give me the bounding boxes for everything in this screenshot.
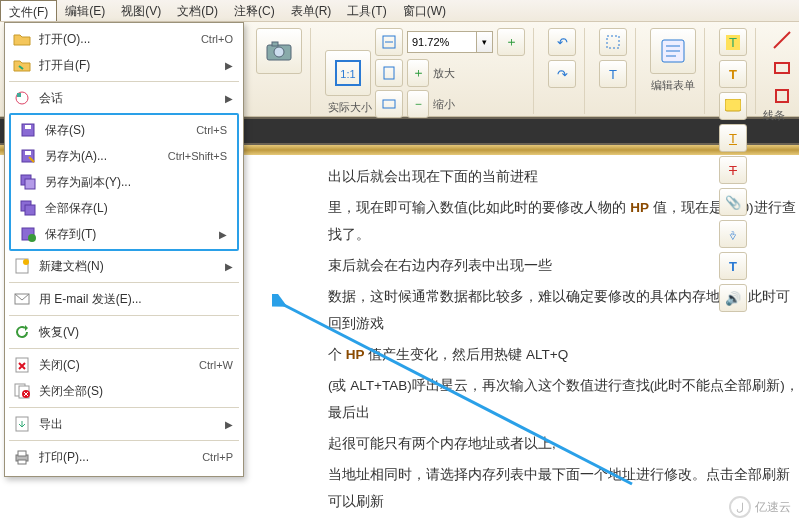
svg-rect-7 [383,100,395,108]
zoom-out-button[interactable]: － [407,90,429,118]
menu-form[interactable]: 表单(R) [283,0,340,21]
watermark-logo-icon: ل [729,496,751,518]
underline-tool[interactable]: T [719,124,747,152]
form-icon [658,36,688,66]
zoom-plus-button[interactable]: ＋ [497,28,525,56]
rotate-left-button[interactable]: ↶ [548,28,576,56]
menu-comment[interactable]: 注释(C) [226,0,283,21]
marquee-icon [605,34,621,50]
menu-session[interactable]: 会话 ▶ [5,85,243,111]
menu-save-copy[interactable]: 另存为副本(Y)... [11,169,237,195]
submenu-arrow-icon: ▶ [219,229,227,240]
fit-page-button[interactable] [375,59,403,87]
menu-open-accel: Ctrl+O [201,33,233,45]
separator [9,348,239,349]
speaker-icon: 🔊 [725,291,741,306]
toolbar-group-form: 编辑表单 [642,28,705,114]
zoom-dropdown[interactable]: ▾ [477,31,493,53]
menu-window[interactable]: 窗口(W) [395,0,454,21]
text-line: (或 ALT+TAB)呼出星云，再次输入这个数值进行查找(此时不能点全部刷新)，… [328,372,799,426]
toolbar-group-rotate: ↶ ↷ [540,28,585,114]
fit-width-icon [381,34,397,50]
actual-size-icon: 1:1 [333,58,363,88]
menu-email[interactable]: 用 E-mail 发送(E)... [5,286,243,312]
save-copy-icon [17,172,39,192]
menu-save-copy-label: 另存为副本(Y)... [45,174,227,191]
caret-tool[interactable]: ⎀ [719,220,747,248]
session-icon [11,88,33,108]
rotate-right-button[interactable]: ↷ [548,60,576,88]
menu-tools[interactable]: 工具(T) [339,0,394,21]
select-tool-button[interactable] [599,28,627,56]
watermark: ل 亿速云 [729,496,791,518]
menu-new-doc-label: 新建文档(N) [39,258,221,275]
folder-open-from-icon [11,55,33,75]
menu-save[interactable]: 保存(S) Ctrl+S [11,117,237,143]
menu-edit[interactable]: 编辑(E) [57,0,113,21]
separator [9,282,239,283]
submenu-arrow-icon: ▶ [225,261,233,272]
menu-document[interactable]: 文档(D) [169,0,226,21]
menu-save-all[interactable]: 全部保存(L) [11,195,237,221]
fit-visible-button[interactable] [375,90,403,118]
line-tool[interactable] [770,28,794,52]
typewriter-tool[interactable]: T [719,252,747,280]
menu-open-from[interactable]: 打开自(F) ▶ [5,52,243,78]
svg-rect-23 [25,125,31,129]
menu-save-to[interactable]: 保存到(T) ▶ [11,221,237,247]
camera-icon [266,40,292,62]
strike-tool[interactable]: T [719,156,747,184]
zoom-input[interactable] [407,31,477,53]
rect-tool[interactable] [770,56,794,80]
menu-print-label: 打印(P)... [39,449,202,466]
menu-file[interactable]: 文件(F) [0,0,57,21]
menu-view[interactable]: 视图(V) [113,0,169,21]
menu-revert[interactable]: 恢复(V) [5,319,243,345]
submenu-arrow-icon: ▶ [225,60,233,71]
paperclip-icon: 📎 [725,195,741,210]
menu-email-label: 用 E-mail 发送(E)... [39,291,233,308]
select-text-button[interactable]: T [599,60,627,88]
fit-visible-icon [381,96,397,112]
zoom-combo[interactable]: ▾ [407,31,493,53]
svg-rect-14 [775,63,789,73]
rect2-tool[interactable] [770,84,794,108]
actual-size-label: 实际大小 [327,100,373,115]
menu-save-as-accel: Ctrl+Shift+S [168,150,227,162]
save-all-icon [17,198,39,218]
highlight-tool[interactable]: T [719,28,747,56]
menu-export[interactable]: 导出 ▶ [5,411,243,437]
svg-rect-43 [18,460,26,464]
submenu-arrow-icon: ▶ [225,93,233,104]
textbox-icon: T [729,67,737,82]
svg-rect-27 [25,179,35,189]
menu-save-as[interactable]: 另存为(A)... Ctrl+Shift+S [11,143,237,169]
edit-form-button[interactable] [650,28,696,74]
text-line: 起很可能只有两个内存地址或者以上, [328,430,799,457]
fit-width-button[interactable] [375,28,403,56]
menu-close[interactable]: 关闭(C) Ctrl+W [5,352,243,378]
square-icon [772,86,792,106]
menu-open[interactable]: 打开(O)... Ctrl+O [5,26,243,52]
svg-rect-17 [776,90,788,102]
attach-tool[interactable]: 📎 [719,188,747,216]
text-line: 个 HP 值产生变化，然后用热键 ALT+Q [328,341,799,368]
sound-tool[interactable]: 🔊 [719,284,747,312]
strike-icon: T [729,163,737,178]
underline-icon: T [729,131,737,146]
menu-print-accel: Ctrl+P [202,451,233,463]
menu-close-all-label: 关闭全部(S) [39,383,233,400]
save-group-highlight: 保存(S) Ctrl+S 另存为(A)... Ctrl+Shift+S 另存为副… [9,113,239,251]
snapshot-button[interactable] [256,28,302,74]
menu-print[interactable]: 打印(P)... Ctrl+P [5,444,243,470]
text-line: 表，当你的进程列表中没有出现需要 [328,519,799,524]
edit-form-label: 编辑表单 [650,78,696,93]
actual-size-button[interactable]: 1:1 [325,50,371,96]
textbox-tool[interactable]: T [719,60,747,88]
menu-close-all[interactable]: 关闭全部(S) [5,378,243,404]
new-doc-icon [11,256,33,276]
menu-save-label: 保存(S) [45,122,196,139]
menu-new-doc[interactable]: 新建文档(N) ▶ [5,253,243,279]
zoom-in-button[interactable]: ＋ [407,59,429,87]
separator [9,315,239,316]
